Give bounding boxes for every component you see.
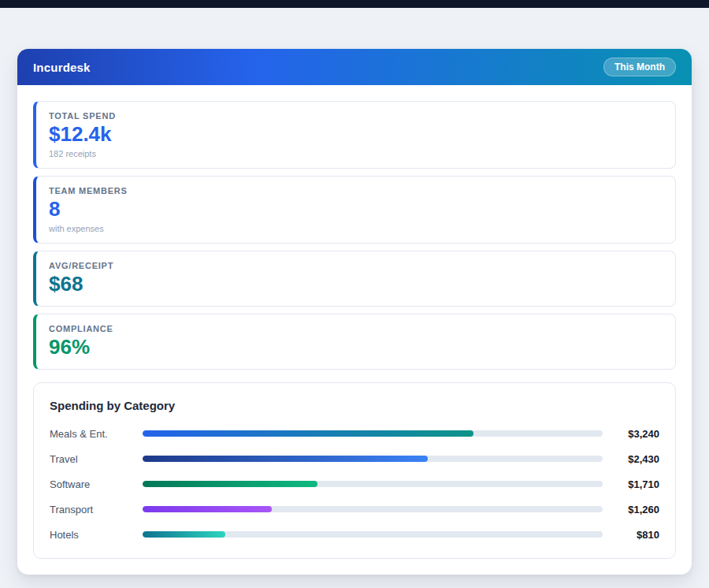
category-bar-track <box>143 430 603 437</box>
category-bar-fill <box>143 481 317 487</box>
category-row: Meals & Ent. $3,240 <box>50 428 659 440</box>
stat-label: TEAM MEMBERS <box>49 186 663 195</box>
category-row: Software $1,710 <box>50 478 659 490</box>
category-card-title: Spending by Category <box>50 399 659 412</box>
dashboard-card: Incurdesk This Month TOTAL SPEND $12.4k … <box>17 49 692 575</box>
stat-label: TOTAL SPEND <box>49 111 663 121</box>
period-badge[interactable]: This Month <box>603 58 676 76</box>
category-bar-fill <box>143 456 428 462</box>
app-title: Incurdesk <box>33 61 91 74</box>
category-bar-fill <box>143 531 225 538</box>
category-row: Travel $2,430 <box>50 453 659 465</box>
stat-value: 96% <box>49 336 663 359</box>
category-label: Travel <box>50 453 143 465</box>
stat-subtitle: with expenses <box>49 224 663 233</box>
category-label: Software <box>50 478 143 490</box>
stat-card: AVG/RECEIPT $68 <box>33 251 676 307</box>
stat-card: TEAM MEMBERS 8 with expenses <box>33 176 676 244</box>
category-label: Transport <box>50 504 143 515</box>
category-value: $1,260 <box>612 504 659 515</box>
category-value: $3,240 <box>612 428 659 440</box>
stat-card: TOTAL SPEND $12.4k 182 receipts <box>33 101 676 169</box>
category-bar-track <box>143 456 603 462</box>
category-bar-fill <box>143 506 272 512</box>
stat-label: COMPLIANCE <box>49 324 663 333</box>
category-bar-track <box>143 506 603 512</box>
stat-subtitle: 182 receipts <box>49 149 663 158</box>
category-row: Hotels $810 <box>50 529 659 541</box>
category-label: Meals & Ent. <box>50 428 143 440</box>
stat-value: 8 <box>49 198 663 221</box>
stat-value: $12.4k <box>49 123 663 147</box>
spending-by-category-card: Spending by Category Meals & Ent. $3,240… <box>33 382 676 559</box>
category-bar-track <box>143 531 603 538</box>
stat-value: $68 <box>49 273 663 296</box>
app-header: Incurdesk This Month <box>17 49 692 85</box>
top-strip <box>0 0 709 8</box>
category-value: $1,710 <box>612 478 659 490</box>
stat-card: COMPLIANCE 96% <box>33 314 676 370</box>
category-value: $810 <box>612 529 659 541</box>
stat-label: AVG/RECEIPT <box>49 261 663 270</box>
app-body: TOTAL SPEND $12.4k 182 receipts TEAM MEM… <box>17 85 692 575</box>
category-row: Transport $1,260 <box>50 504 659 515</box>
category-label: Hotels <box>50 529 143 541</box>
category-value: $2,430 <box>612 453 659 465</box>
category-bar-track <box>143 481 603 487</box>
category-bar-fill <box>143 430 473 437</box>
